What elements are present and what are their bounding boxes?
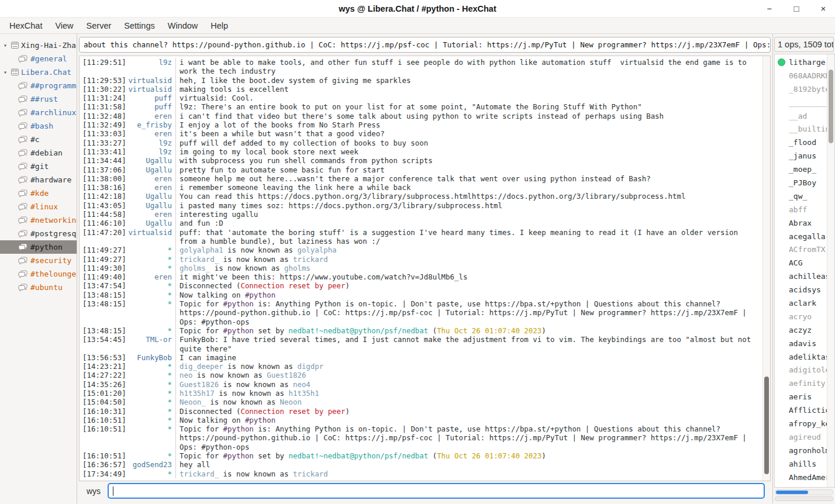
dot-spacer [778, 125, 785, 133]
user-list-item[interactable]: AhmedAmer [775, 471, 827, 484]
user-list-item[interactable]: abff [775, 203, 827, 216]
user-list-item[interactable]: agireud [775, 430, 827, 444]
menu-window[interactable]: Window [161, 19, 205, 33]
chat-line: [11:42:18]UgalluYou can read this https:… [80, 192, 762, 201]
user-list-item[interactable]: _flood [775, 136, 827, 149]
tree-channel-hardware[interactable]: #hardware [0, 173, 77, 187]
user-list-item[interactable]: __ad [775, 109, 827, 123]
timestamp: [16:36:57] [80, 460, 122, 469]
message: You can read this https://docs.python.or… [175, 192, 762, 201]
user-list-item[interactable]: aclark [775, 296, 827, 310]
tree-channel-bash[interactable]: #bash [0, 119, 77, 133]
user-nick: aeris [789, 392, 812, 401]
tree-channel-rust[interactable]: ##rust [0, 92, 77, 106]
user-list-item[interactable]: adeliktas [775, 350, 827, 364]
user-list-item[interactable]: acryo [775, 310, 827, 323]
timestamp: [11:43:05] [80, 201, 122, 210]
user-nick: agireud [789, 433, 821, 441]
chat-scrollbar[interactable] [762, 56, 770, 481]
message-segment: is now known as [219, 255, 293, 264]
user-list-item[interactable]: aeris [775, 390, 827, 403]
user-panel: 1 ops, 1509 tot litharge068AADRKN_8192by… [772, 34, 835, 503]
userlist-hscrollbar[interactable] [775, 489, 833, 495]
user-list-item[interactable]: aefinity [775, 377, 827, 390]
user-list-item[interactable]: ACfromTX [775, 243, 827, 256]
timestamp: [14:23:21] [80, 362, 122, 371]
menu-help[interactable]: Help [204, 19, 234, 33]
user-list-item[interactable]: litharge [775, 56, 827, 69]
menu-server[interactable]: Server [80, 19, 118, 33]
message-segment: Topic for [180, 451, 223, 460]
user-list-item[interactable]: agronholm [775, 444, 827, 457]
tree-channel-python[interactable]: #python [0, 240, 77, 254]
message-segment: i pasted many times soz: [180, 201, 289, 210]
user-list-item[interactable]: aczyz [775, 323, 827, 337]
message-link[interactable]: https://docs.python.org/3/library/subpro… [289, 201, 503, 210]
message-input[interactable] [108, 483, 765, 499]
nick: l9z [122, 58, 175, 76]
user-list-item[interactable]: __builtin [775, 122, 827, 136]
nick: e_frisby [122, 120, 175, 129]
server-label: Xing-Hai-Zhan [21, 41, 77, 50]
tree-channel-programming[interactable]: ##programming [0, 79, 77, 92]
topic-bar[interactable]: about this channel? https://pound-python… [79, 37, 771, 53]
expander-icon[interactable]: ▾ [2, 69, 9, 75]
message-segment: Guest1826 [267, 371, 306, 379]
user-list-item[interactable]: Abrax [775, 216, 827, 230]
menu-hexchat[interactable]: HexChat [3, 19, 49, 33]
menu-view[interactable]: View [49, 19, 80, 33]
tree-channel-kde[interactable]: #kde [0, 187, 77, 200]
message-link[interactable]: https://docs.python.org/3/library/subpro… [258, 192, 685, 201]
expander-icon[interactable]: ▾ [2, 42, 9, 49]
user-list-item[interactable]: acegalla- [775, 230, 827, 243]
message-segment: with subprocess you run shell commands f… [180, 156, 433, 165]
tree-channel-ubuntu[interactable]: #ubuntu [0, 281, 77, 294]
tree-channel-c[interactable]: #c [0, 133, 77, 146]
message-segment: is now known as [210, 264, 284, 272]
maximize-button[interactable]: □ [792, 4, 801, 13]
user-list-item[interactable]: adavis [775, 337, 827, 350]
user-list-item[interactable]: acidsys [775, 283, 827, 296]
user-list-item[interactable]: ACG [775, 256, 827, 270]
chat-line: [11:32:48]ereni can't find that video bu… [80, 112, 762, 120]
tree-channel-linux[interactable]: #linux [0, 200, 77, 213]
timestamp: [11:42:18] [80, 192, 122, 201]
user-list-item[interactable]: _janus [775, 149, 827, 163]
message: l9z: There's an entire book to put on yo… [175, 102, 762, 111]
dot-spacer [778, 233, 785, 240]
tree-channel-debian[interactable]: #debian [0, 146, 77, 160]
channel-label: #archlinux [30, 108, 76, 117]
user-list-item[interactable]: _PJBoy [775, 176, 827, 189]
userlist-scrollbar[interactable] [827, 54, 834, 487]
user-list-item[interactable]: __________ [775, 96, 827, 109]
chat-scrollbar-thumb[interactable] [764, 377, 769, 474]
dot-spacer [778, 447, 785, 454]
chat-line: [16:10:51]*Topic for #python is: Anythin… [80, 424, 762, 451]
tree-channel-git[interactable]: #git [0, 160, 77, 173]
tree-channel-general[interactable]: #general [0, 52, 77, 65]
tree-server-libera-chat[interactable]: ▾Libera.Chat [0, 65, 77, 79]
close-button[interactable]: × [819, 4, 828, 13]
user-list-item[interactable]: achilleas [775, 270, 827, 283]
userlist-hscrollbar-thumb[interactable] [776, 491, 808, 494]
user-list-item[interactable]: _qw_ [775, 189, 827, 203]
tree-server-xing-hai-zhan[interactable]: ▾Xing-Hai-Zhan [0, 39, 77, 52]
user-list-item[interactable]: _moep_ [775, 163, 827, 176]
chat-line: [11:29:53]virtualsidheh, I like the boot… [80, 76, 762, 85]
tree-channel-security[interactable]: #security [0, 254, 77, 267]
user-list-item[interactable]: Affliction [775, 403, 827, 417]
user-list-item[interactable]: 068AADRKN [775, 69, 827, 82]
tree-channel-networking[interactable]: #networking [0, 213, 77, 227]
user-list-item[interactable]: _8192byte [775, 82, 827, 96]
tree-channel-thelounge[interactable]: #thelounge [0, 267, 77, 281]
userlist-scrollbar-thumb[interactable] [829, 70, 833, 143]
user-list-item[interactable]: adigitole [775, 363, 827, 377]
user-list-item[interactable]: afropy_ke [775, 417, 827, 430]
tree-channel-postgresql[interactable]: #postgresql [0, 227, 77, 240]
menu-settings[interactable]: Settings [118, 19, 161, 33]
user-list-item[interactable]: ahills [775, 457, 827, 471]
minimize-button[interactable]: − [765, 4, 774, 13]
dot-spacer [778, 219, 785, 227]
message-link[interactable]: https://www.youtube.com/watch?v=Jd8ulMb6… [280, 272, 468, 281]
tree-channel-archlinux[interactable]: #archlinux [0, 106, 77, 119]
